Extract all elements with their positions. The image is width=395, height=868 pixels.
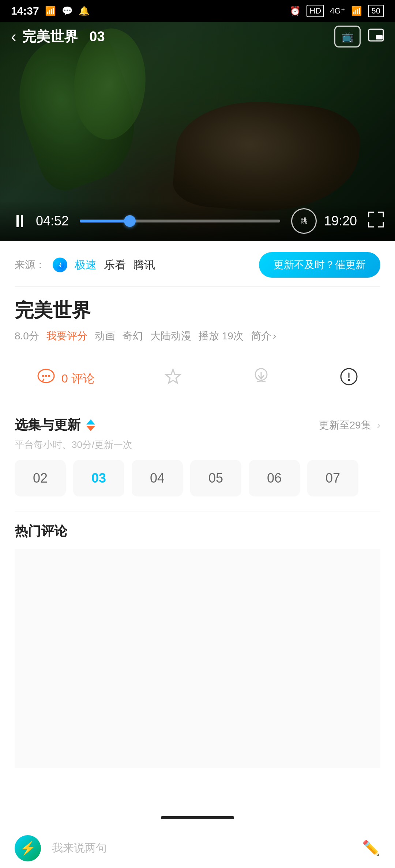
source-lekan[interactable]: 乐看	[104, 258, 126, 273]
episode-section: 选集与更新 更新至29集 › 平台每小时、30分/更新一次 02 03 04 0…	[15, 416, 380, 500]
tag-chinese-anime: 大陆动漫	[150, 329, 191, 343]
lightning-icon: ⚡	[20, 841, 36, 856]
source-left: 来源： 极速 乐看 腾讯	[15, 258, 155, 273]
status-right: ⏰ HD 4G⁺ 📶 50	[290, 5, 384, 17]
svg-point-6	[48, 375, 50, 377]
video-player[interactable]: ‹ 完美世界 03 📺 ⏸ 04:52	[0, 22, 395, 241]
header-right: 📺	[334, 26, 384, 47]
player-controls: ⏸ 04:52 跳 19:20	[0, 201, 395, 241]
bottom-nav-bar	[0, 808, 395, 827]
bottom-bar: ⚡ 我来说两句 ✏️	[0, 828, 395, 868]
svg-point-11	[348, 379, 350, 381]
video-header: ‹ 完美世界 03 📺	[0, 22, 395, 51]
skip-button[interactable]: 跳	[291, 208, 317, 234]
source-row: 来源： 极速 乐看 腾讯 更新不及时？催更新	[15, 252, 380, 287]
play-count: 播放 19次	[199, 329, 244, 343]
rate-button[interactable]: 我要评分	[46, 329, 87, 343]
update-subtitle: 平台每小时、30分/更新一次	[15, 438, 380, 451]
svg-rect-1	[376, 35, 383, 39]
sort-button[interactable]	[86, 419, 95, 431]
pause-button[interactable]: ⏸	[11, 211, 29, 231]
anime-meta: 8.0分 我要评分 动画 奇幻 大陆动漫 播放 19次 简介 ›	[15, 329, 380, 343]
tv-icon: 📺	[341, 31, 354, 43]
signal-4g-icon: 4G⁺	[330, 6, 345, 16]
fullscreen-icon	[368, 212, 384, 228]
update-count[interactable]: 更新至29集	[319, 418, 371, 432]
hot-comments-title: 热门评论	[15, 522, 380, 540]
notification-icon: 🔔	[79, 6, 90, 16]
episode-title-row: 选集与更新	[15, 416, 95, 434]
sort-down-icon	[86, 426, 95, 431]
empty-comments-area	[15, 549, 380, 768]
episode-03[interactable]: 03	[73, 460, 124, 496]
back-button[interactable]: ‹	[11, 27, 16, 46]
sim-icon: 📶	[45, 6, 56, 16]
episode-section-title: 选集与更新	[15, 416, 80, 434]
alarm-icon: ⏰	[290, 6, 301, 16]
episode-header: 选集与更新 更新至29集 ›	[15, 416, 380, 434]
episode-05[interactable]: 05	[190, 460, 241, 496]
tag-fantasy: 奇幻	[123, 329, 143, 343]
svg-point-4	[42, 375, 44, 377]
status-left: 14:37 📶 💬 🔔	[11, 5, 90, 17]
episode-06[interactable]: 06	[249, 460, 300, 496]
episode-list: 02 03 04 05 06 07	[15, 460, 380, 500]
edit-icon[interactable]: ✏️	[362, 840, 380, 857]
user-avatar: ⚡	[15, 835, 41, 861]
video-title: 完美世界 03	[22, 27, 105, 46]
anime-score: 8.0分	[15, 329, 39, 343]
wifi-icon: 📶	[351, 6, 362, 16]
battery-icon: 50	[368, 5, 384, 17]
total-time: 19:20	[324, 213, 357, 229]
comment-icon	[37, 367, 56, 391]
anime-title: 完美世界	[15, 298, 380, 323]
wechat-icon: 💬	[62, 6, 73, 16]
favorite-action[interactable]	[163, 367, 183, 391]
sort-up-icon	[86, 419, 95, 425]
status-bar: 14:37 📶 💬 🔔 ⏰ HD 4G⁺ 📶 50	[0, 0, 395, 22]
report-icon	[339, 367, 358, 391]
source-label: 来源：	[15, 258, 45, 272]
progress-fill	[80, 220, 130, 222]
status-time: 14:37	[11, 5, 39, 17]
tv-button[interactable]: 📺	[334, 26, 361, 47]
star-icon	[163, 367, 183, 391]
hd-badge: HD	[306, 5, 324, 17]
episode-07[interactable]: 07	[307, 460, 358, 496]
pip-button[interactable]	[368, 28, 384, 45]
intro-button[interactable]: 简介 ›	[251, 329, 276, 343]
comment-input-placeholder[interactable]: 我来说两句	[52, 841, 351, 856]
pip-icon	[368, 28, 384, 42]
tag-animation: 动画	[95, 329, 115, 343]
svg-marker-7	[166, 369, 180, 383]
content-area: 来源： 极速 乐看 腾讯 更新不及时？催更新 完美世界	[0, 241, 395, 768]
source-jisu[interactable]: 极速	[75, 258, 97, 273]
update-info: 更新至29集 ›	[319, 418, 380, 432]
comment-action[interactable]: 0 评论	[37, 367, 95, 391]
hot-comments-section: 热门评论	[15, 511, 380, 768]
progress-bar[interactable]	[80, 220, 280, 222]
source-tencent[interactable]: 腾讯	[133, 258, 155, 273]
episode-04[interactable]: 04	[132, 460, 183, 496]
urge-update-button[interactable]: 更新不及时？催更新	[259, 252, 380, 278]
download-icon	[252, 367, 271, 391]
battery-level: 50	[372, 6, 380, 15]
chevron-right-icon: ›	[377, 419, 380, 431]
svg-point-5	[45, 375, 47, 377]
fullscreen-button[interactable]	[368, 212, 384, 231]
download-action[interactable]	[252, 367, 271, 391]
jisu-icon	[53, 258, 67, 272]
report-action[interactable]	[339, 367, 358, 391]
home-indicator	[161, 816, 234, 819]
current-time: 04:52	[36, 213, 69, 229]
comment-label: 0 评论	[61, 371, 95, 387]
action-row: 0 评论	[15, 356, 380, 401]
episode-02[interactable]: 02	[15, 460, 66, 496]
skip-icon: 跳	[301, 217, 307, 225]
header-left: ‹ 完美世界 03	[11, 27, 105, 46]
progress-thumb[interactable]	[124, 215, 136, 227]
